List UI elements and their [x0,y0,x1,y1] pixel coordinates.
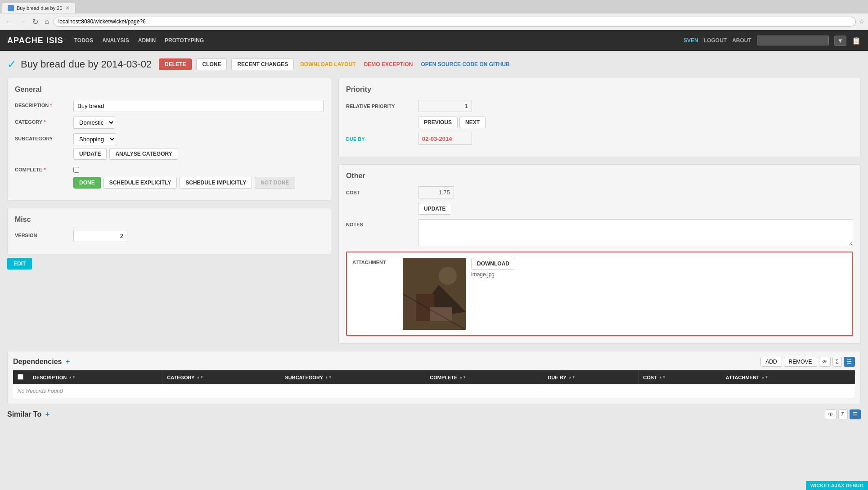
add-dependency-button[interactable]: ADD [760,357,782,367]
cost-update-button[interactable]: UPDATE [418,203,451,215]
nav-prototyping[interactable]: PROTOTYPING [165,34,204,47]
no-records-cell: No Records Found [13,384,855,398]
similar-sigma-icon-button[interactable]: Σ [838,409,848,419]
recent-changes-button[interactable]: RECENT CHANGES [231,58,294,70]
download-button[interactable]: DOWNLOAD [471,258,515,270]
similar-to-add-link[interactable]: + [45,410,49,418]
top-search-button[interactable]: ▼ [834,36,846,46]
active-tab[interactable]: Buy bread due by 20 ✕ [2,3,76,13]
open-source-link[interactable]: OPEN SOURCE CODE ON GITHUB [419,59,511,70]
address-bar: ← → ↻ ⌂ ☆ [0,13,868,30]
app-brand: APACHE ISIS [7,36,63,45]
url-input[interactable] [54,17,856,27]
misc-panel: Misc VERSION [7,208,331,254]
misc-title: Misc [15,216,324,224]
dependencies-section: Dependencies + ADD REMOVE 👁 Σ ☰ DESCRIPT… [7,351,861,404]
top-search-input[interactable] [757,36,829,45]
page-content: ✓ Buy bread due by 2014-03-02 DELETE CLO… [0,51,868,430]
subcategory-select[interactable]: Shopping Groceries Other [73,133,116,145]
reload-button[interactable]: ↻ [31,17,40,27]
dependencies-add-link[interactable]: + [66,358,70,365]
category-select[interactable]: Domestic Shopping Work Personal [73,117,115,129]
clone-button[interactable]: CLONE [196,58,227,70]
demo-exception-link[interactable]: DEMO EXCEPTION [362,59,415,70]
th-description: DESCRIPTION▲▼ [28,370,162,384]
filter-icon-button[interactable]: 👁 [819,357,831,367]
svg-rect-5 [430,307,452,321]
sort-arrows-due-by[interactable]: ▲▼ [568,375,576,379]
delete-button[interactable]: DELETE [159,58,192,70]
similar-to-toolbar: 👁 Σ ☰ [825,409,861,419]
version-label: VERSION [15,230,73,238]
relative-priority-input[interactable] [418,100,472,112]
similar-list-icon-button[interactable]: ☰ [850,409,861,419]
sort-arrows-attachment[interactable]: ▲▼ [761,375,769,379]
similar-filter-icon-button[interactable]: 👁 [825,409,837,419]
dependencies-table: DESCRIPTION▲▼ CATEGORY▲▼ SUBCATEGORY▲▼ C… [13,370,855,398]
description-value [73,100,324,112]
similar-to-title-text: Similar To + [7,410,49,418]
priority-nav-buttons: PREVIOUS NEXT [418,117,486,128]
dependencies-title-text: Dependencies + [13,358,70,365]
edit-button[interactable]: EDIT [7,258,32,270]
topbar-username[interactable]: SVEN [684,37,698,44]
right-column: Priority RELATIVE PRIORITY PREVIOUS NEXT [338,78,861,351]
schedule-explicitly-button[interactable]: SCHEDULE EXPLICITLY [103,177,177,189]
bookmark-icon[interactable]: ☆ [859,18,864,25]
notes-label: NOTES [346,219,418,227]
relative-priority-value [418,100,472,112]
general-title: General [15,85,324,94]
previous-priority-button[interactable]: PREVIOUS [418,117,458,128]
analyse-category-button[interactable]: ANALYSE CATEGORY [109,148,178,160]
clipboard-icon[interactable]: 📋 [852,36,861,45]
priority-panel: Priority RELATIVE PRIORITY PREVIOUS NEXT [338,78,861,157]
th-attachment: ATTACHMENT▲▼ [721,370,855,384]
nav-admin[interactable]: ADMIN [138,34,156,47]
table-header-row: DESCRIPTION▲▼ CATEGORY▲▼ SUBCATEGORY▲▼ C… [13,370,855,384]
subcategory-btn-group: UPDATE ANALYSE CATEGORY [73,148,324,160]
sort-arrows-cost[interactable]: ▲▼ [659,375,666,379]
th-checkbox [13,370,28,384]
sort-arrows-description[interactable]: ▲▼ [68,375,76,379]
remove-dependency-button[interactable]: REMOVE [784,357,817,367]
home-button[interactable]: ⌂ [43,17,51,27]
forward-button[interactable]: → [17,17,28,27]
schedule-implicitly-button[interactable]: SCHEDULE IMPLICITLY [180,177,252,189]
version-input[interactable] [73,230,127,242]
done-button[interactable]: DONE [73,177,101,189]
attachment-filename: image.jpg [471,271,515,278]
sort-arrows-subcategory[interactable]: ▲▼ [325,375,332,379]
topbar-logout[interactable]: LOGOUT [704,37,727,44]
download-layout-link[interactable]: DOWNLOAD LAYOUT [298,59,358,70]
description-input[interactable] [73,100,324,112]
back-button[interactable]: ← [4,17,14,27]
sort-arrows-category[interactable]: ▲▼ [196,375,203,379]
cost-row: COST [346,186,853,198]
notes-textarea[interactable] [418,219,853,246]
sigma-icon-button[interactable]: Σ [832,357,842,367]
due-by-input[interactable] [418,133,472,145]
nav-analysis[interactable]: ANALYSIS [102,34,129,47]
tab-close-icon[interactable]: ✕ [65,5,70,11]
list-icon-button[interactable]: ☰ [844,357,855,367]
next-priority-button[interactable]: NEXT [459,117,486,128]
not-done-button: NOT DONE [255,177,295,189]
app-topbar: APACHE ISIS TODOS ANALYSIS ADMIN PROTOTY… [0,30,868,51]
attachment-image [403,258,466,330]
description-label: DESCRIPTION [15,100,73,108]
sort-arrows-complete[interactable]: ▲▼ [459,375,466,379]
priority-nav-row: PREVIOUS NEXT [346,117,853,128]
complete-label: COMPLETE [15,164,73,172]
cost-input[interactable] [418,186,454,198]
topbar-about[interactable]: ABOUT [732,37,751,44]
nav-todos[interactable]: TODOS [74,34,93,47]
browser-chrome: Buy bread due by 20 ✕ ← → ↻ ⌂ ☆ [0,0,868,30]
th-cost: COST▲▼ [639,370,721,384]
complete-checkbox[interactable] [73,167,79,173]
update-subcategory-button[interactable]: UPDATE [73,148,107,160]
th-complete: COMPLETE▲▼ [425,370,543,384]
general-panel: General DESCRIPTION CATEGORY Domestic Sh… [7,78,331,201]
select-all-checkbox[interactable] [18,374,23,380]
dependencies-header: Dependencies + ADD REMOVE 👁 Σ ☰ [13,357,855,367]
version-row: VERSION [15,230,324,242]
